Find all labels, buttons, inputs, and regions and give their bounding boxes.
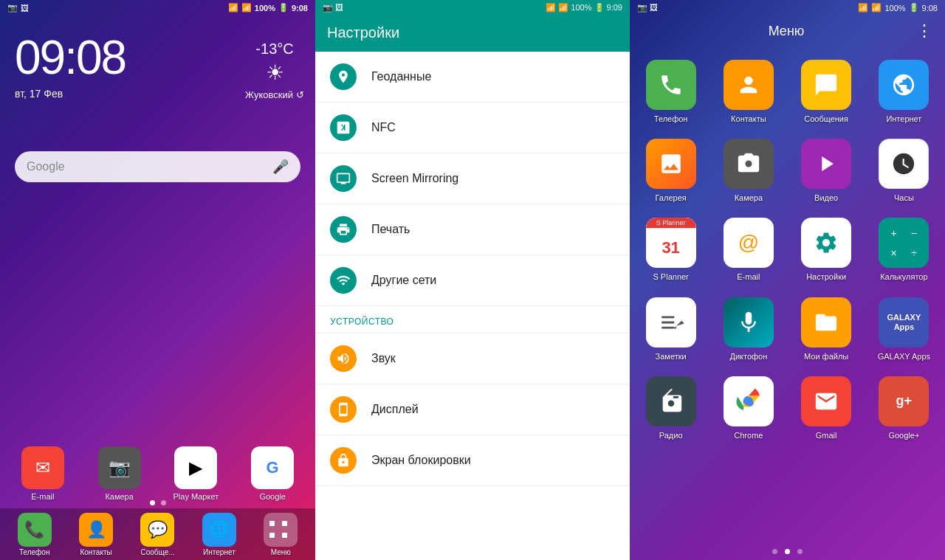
display-label: Дисплей [371, 403, 615, 416]
signal-icon3: 📶 [871, 3, 882, 13]
app-notes[interactable]: Заметки [633, 291, 708, 367]
menu-nav-dots [630, 543, 945, 560]
app-settings[interactable]: Настройки [789, 212, 864, 288]
myfiles-label: Мои файлы [804, 352, 848, 362]
gallery-label: Галерея [656, 193, 687, 203]
dock-menu-icon [264, 513, 298, 547]
playmarket-app-icon: ▶ [174, 446, 217, 489]
print-icon [330, 216, 357, 243]
dock-phone-label: Телефон [19, 548, 49, 556]
dock-messages-label: Сообще... [140, 548, 174, 556]
nfc-icon [330, 114, 357, 141]
geodata-label: Геоданные [371, 70, 615, 83]
mirroring-icon [330, 165, 357, 192]
app-clock[interactable]: Часы [867, 133, 941, 209]
settings-item-print[interactable]: Печать [315, 204, 630, 255]
dock-contacts-label: Контакты [80, 548, 111, 556]
print-label: Печать [371, 223, 615, 236]
app-recorder[interactable]: Диктофон [711, 291, 786, 367]
weather-sun-icon: ☀ [245, 61, 304, 85]
settings-item-geodata[interactable]: Геоданные [315, 52, 630, 103]
settings-item-nfc[interactable]: NFC [315, 103, 630, 153]
google-search-bar[interactable]: Google 🎤 [15, 151, 300, 182]
settings-item-lockscreen[interactable]: Экран блокировки [315, 435, 630, 486]
dock-messages-icon: 💬 [140, 513, 174, 547]
app-messages[interactable]: Сообщения [789, 54, 864, 130]
wifi-icon2: 📶 [546, 3, 556, 12]
dot-2 [161, 500, 166, 505]
app-video[interactable]: Видео [789, 133, 864, 209]
email-label-menu: E-mail [737, 272, 760, 282]
mic-icon[interactable]: 🎤 [272, 159, 289, 175]
home-app-camera[interactable]: 📷 Камера [84, 446, 155, 501]
battery-icon3: 🔋 [909, 3, 919, 13]
image-icon3: 🖼 [650, 3, 658, 12]
gallery-icon [646, 139, 696, 189]
app-camera[interactable]: Камера [711, 133, 786, 209]
dock-internet[interactable]: 🌐 Интернет [202, 513, 236, 556]
internet-label: Интернет [886, 114, 921, 124]
battery-level: 100% [255, 4, 275, 13]
notes-icon [646, 297, 696, 348]
app-galaxy-apps[interactable]: GALAXY Apps GALAXY Apps [867, 291, 941, 367]
settings-item-sound[interactable]: Звук [315, 333, 630, 384]
dock-messages[interactable]: 💬 Сообще... [140, 513, 174, 556]
playmarket-app-label: Play Маркет [173, 492, 219, 501]
battery-icon: 🔋 [278, 3, 289, 13]
signal-icon: 📶 [241, 3, 252, 13]
apps-grid: Телефон Контакты Сообщения Интернет [630, 46, 945, 543]
camera-icon [724, 139, 774, 189]
app-gallery[interactable]: Галерея [633, 133, 708, 209]
battery2: 100% [571, 3, 591, 12]
menu-dot-3 [797, 549, 803, 554]
menu-dot-1 [772, 549, 777, 554]
chrome-label: Chrome [734, 431, 763, 440]
settings-item-networks[interactable]: Другие сети [315, 255, 630, 306]
app-gmail[interactable]: Gmail [789, 370, 864, 446]
menu-more-icon[interactable]: ⋮ [916, 21, 933, 41]
refresh-icon[interactable]: ↺ [296, 89, 304, 100]
app-email[interactable]: @ E-mail [711, 212, 786, 288]
settings-label: Настройки [806, 272, 846, 282]
app-radio[interactable]: Радио [633, 370, 708, 446]
settings-list[interactable]: Геоданные NFC Screen Mirroring [315, 52, 630, 560]
settings-status-right: 📶 📶 100% 🔋 9:09 [546, 3, 622, 13]
app-phone[interactable]: Телефон [633, 54, 708, 130]
app-googleplus[interactable]: g+ Google+ [867, 370, 941, 446]
app-splanner[interactable]: S Planner 31 S Planner [633, 212, 708, 288]
internet-icon [879, 60, 929, 110]
dock-contacts-icon: 👤 [79, 513, 113, 547]
menu-status-left: 📷 🖼 [637, 3, 658, 13]
status-bar-right: 📶 📶 100% 🔋 9:08 [228, 3, 308, 13]
video-label: Видео [814, 193, 838, 203]
time2: 9:09 [607, 3, 622, 12]
dock-phone[interactable]: 📞 Телефон [18, 513, 52, 556]
settings-item-mirroring[interactable]: Screen Mirroring [315, 153, 630, 204]
app-internet[interactable]: Интернет [867, 54, 941, 130]
dock-internet-icon: 🌐 [202, 513, 236, 547]
home-app-email[interactable]: ✉ E-mail [7, 446, 78, 501]
home-app-google[interactable]: G Google [237, 446, 308, 501]
home-app-playmarket[interactable]: ▶ Play Маркет [161, 446, 232, 501]
panel-settings: 📷 🖼 📶 📶 100% 🔋 9:09 Настройки Геоданные [315, 0, 630, 560]
galaxy-apps-icon: GALAXY Apps [879, 297, 929, 348]
image-icon2: 🖼 [335, 3, 343, 12]
clock-icon [879, 139, 929, 189]
radio-icon [646, 376, 696, 426]
menu-title: Меню [656, 24, 916, 39]
dock-menu-label: Меню [271, 548, 291, 556]
app-contacts[interactable]: Контакты [711, 54, 786, 130]
app-calculator[interactable]: + − × ÷ Калькулятор [867, 212, 941, 288]
app-myfiles[interactable]: Мои файлы [789, 291, 864, 367]
settings-title: Настройки [327, 24, 399, 41]
dock-menu[interactable]: Меню [264, 513, 298, 556]
time-display: 9:08 [292, 4, 308, 13]
dock-contacts[interactable]: 👤 Контакты [79, 513, 113, 556]
settings-item-display[interactable]: Дисплей [315, 384, 630, 435]
app-chrome[interactable]: Chrome [711, 370, 786, 446]
menu-dot-2 [785, 549, 790, 554]
weather-city: Жуковский ↺ [245, 89, 304, 100]
splanner-icon: S Planner 31 [646, 218, 696, 268]
phone-label: Телефон [654, 114, 688, 124]
email-icon-menu: @ [724, 218, 774, 268]
